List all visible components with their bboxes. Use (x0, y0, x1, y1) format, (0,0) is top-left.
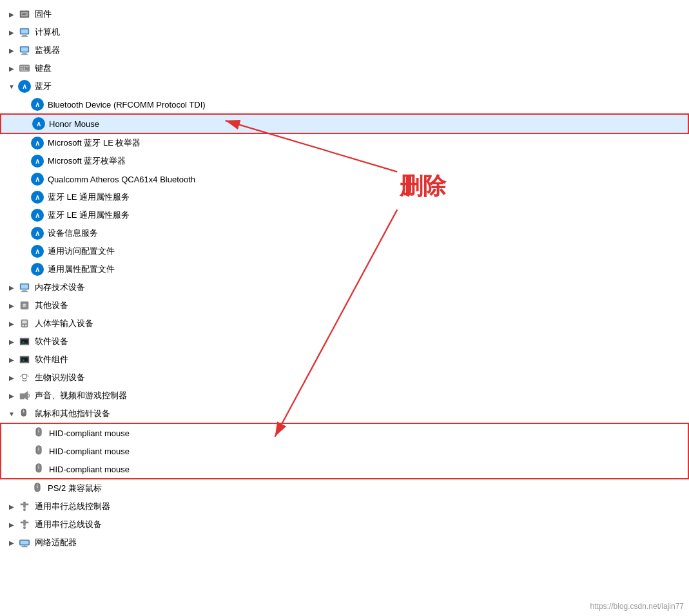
expand-icon-firmware[interactable] (6, 9, 17, 19)
svg-rect-17 (28, 66, 29, 67)
tree-item-keyboard[interactable]: 键盘 (0, 59, 689, 77)
tree-item-hid[interactable]: 人体学输入设备 (0, 314, 689, 332)
svg-rect-14 (22, 66, 23, 67)
svg-rect-11 (21, 54, 28, 55)
tree-item-hid-mouse1[interactable]: HID-compliant mouse (1, 424, 688, 442)
tree-item-generic-access[interactable]: ∧通用访问配置文件 (0, 242, 689, 260)
item-label-computer: 计算机 (35, 26, 60, 38)
no-expand-ble-generic2 (19, 210, 30, 220)
tree-item-monitor[interactable]: 监视器 (0, 41, 689, 59)
svg-rect-13 (21, 66, 22, 67)
expand-icon-hid[interactable] (6, 318, 17, 329)
item-label-biometric: 生物识别设备 (35, 372, 85, 383)
item-label-keyboard: 键盘 (35, 63, 52, 74)
tree-item-software-components[interactable]: >_ 软件组件 (0, 351, 689, 369)
svg-rect-16 (26, 66, 27, 67)
expand-icon-software-devices[interactable] (6, 336, 17, 347)
no-expand-ms-bt-enum (19, 156, 30, 166)
tree-item-generic-attr[interactable]: ∧通用属性配置文件 (0, 260, 689, 278)
bluetooth-icon: ∧ (31, 173, 44, 186)
svg-rect-40 (20, 393, 24, 399)
item-label-memory-tech: 内存技术设备 (35, 282, 85, 293)
computer-icon (18, 281, 31, 294)
bluetooth-icon: ∧ (18, 80, 31, 93)
svg-rect-31 (22, 325, 24, 327)
svg-rect-62 (21, 522, 24, 524)
svg-rect-5 (21, 30, 28, 34)
collapse-icon-bluetooth[interactable] (6, 81, 17, 91)
tree-item-ms-ble-enum[interactable]: ∧Microsoft 蓝牙 LE 枚举器 (0, 134, 689, 152)
tree-item-ms-bt-enum[interactable]: ∧Microsoft 蓝牙枚举器 (0, 152, 689, 170)
tree-item-memory-tech[interactable]: 内存技术设备 (0, 278, 689, 296)
expand-icon-software-components[interactable] (6, 354, 17, 365)
tree-item-qualcomm-bt[interactable]: ∧Qualcomm Atheros QCA61x4 Bluetooth (0, 170, 689, 188)
bluetooth-icon: ∧ (31, 263, 44, 276)
tree-item-hid-mouse2[interactable]: HID-compliant mouse (1, 442, 688, 460)
monitor-icon (18, 44, 31, 57)
item-label-audio-video: 声音、视频和游戏控制器 (35, 390, 127, 401)
no-expand-generic-attr (19, 264, 30, 274)
expand-icon-audio-video[interactable] (6, 390, 17, 401)
tree-item-usb-ctrl[interactable]: 通用串行总线控制器 (0, 497, 689, 515)
item-label-usb-devices: 通用串行总线设备 (35, 519, 102, 530)
item-label-ps2-mouse: PS/2 兼容鼠标 (48, 483, 102, 494)
expand-icon-biometric[interactable] (6, 372, 17, 383)
expand-icon-monitor[interactable] (6, 45, 17, 55)
tree-item-ps2-mouse[interactable]: PS/2 兼容鼠标 (0, 479, 689, 497)
expand-icon-other-devices[interactable] (6, 300, 17, 311)
mouse-folder-icon (18, 407, 31, 420)
collapse-icon-mouse-category[interactable] (6, 409, 17, 419)
svg-point-39 (22, 374, 26, 379)
no-expand-honor-mouse (21, 119, 31, 129)
tree-item-network[interactable]: 网络适配器 (0, 534, 689, 552)
expand-icon-memory-tech[interactable] (6, 282, 17, 293)
tree-item-usb-devices[interactable]: 通用串行总线设备 (0, 515, 689, 534)
item-label-ms-bt-enum: Microsoft 蓝牙枚举器 (48, 155, 126, 167)
no-expand-ms-ble-enum (19, 138, 30, 148)
tree-item-other-devices[interactable]: ? 其他设备 (0, 296, 689, 314)
svg-rect-44 (23, 410, 24, 412)
svg-rect-20 (24, 68, 25, 70)
no-expand-hid-mouse1 (21, 428, 31, 438)
tree-item-firmware[interactable]: 固件 (0, 5, 689, 23)
bluetooth-icon: ∧ (31, 155, 44, 168)
svg-rect-9 (21, 48, 28, 52)
svg-text:>_: >_ (22, 358, 27, 363)
software-icon: >_ (18, 335, 31, 348)
item-label-monitor: 监视器 (35, 44, 60, 56)
bluetooth-icon: ∧ (31, 209, 44, 222)
tree-item-honor-mouse[interactable]: ∧Honor Mouse (1, 115, 688, 133)
svg-rect-19 (22, 68, 23, 70)
no-expand-device-info (19, 228, 30, 238)
item-label-ble-generic1: 蓝牙 LE 通用属性服务 (48, 191, 130, 203)
tree-item-bluetooth[interactable]: ∧蓝牙 (0, 77, 689, 95)
mouse-icon (32, 445, 45, 457)
firmware-icon (18, 8, 31, 21)
tree-item-device-info[interactable]: ∧设备信息服务 (0, 224, 689, 242)
honor-mouse-box: ∧Honor Mouse (0, 113, 689, 134)
tree-item-hid-mouse3[interactable]: HID-compliant mouse (1, 460, 688, 478)
item-label-hid-mouse2: HID-compliant mouse (49, 447, 130, 456)
expand-icon-computer[interactable] (6, 27, 17, 37)
expand-icon-usb-ctrl[interactable] (6, 501, 17, 512)
expand-icon-keyboard[interactable] (6, 63, 17, 73)
bluetooth-icon: ∧ (31, 98, 44, 111)
tree-item-mouse-category[interactable]: 鼠标和其他指针设备 (0, 405, 689, 423)
expand-icon-network[interactable] (6, 537, 17, 548)
tree-item-ble-generic1[interactable]: ∧蓝牙 LE 通用属性服务 (0, 188, 689, 206)
item-label-other-devices: 其他设备 (35, 300, 68, 311)
item-label-generic-access: 通用访问配置文件 (48, 245, 115, 257)
bluetooth-icon: ∧ (31, 245, 44, 258)
no-expand-hid-mouse3 (21, 464, 31, 474)
tree-item-ble-generic2[interactable]: ∧蓝牙 LE 通用属性服务 (0, 206, 689, 224)
expand-icon-usb-devices[interactable] (6, 519, 17, 530)
tree-item-biometric[interactable]: 生物识别设备 (0, 369, 689, 387)
item-label-network: 网络适配器 (35, 537, 77, 548)
tree-item-bt-rfcomm[interactable]: ∧Bluetooth Device (RFCOMM Protocol TDI) (0, 95, 689, 113)
tree-item-software-devices[interactable]: >_ 软件设备 (0, 332, 689, 351)
tree-item-audio-video[interactable]: 声音、视频和游戏控制器 (0, 387, 689, 405)
svg-rect-6 (22, 35, 26, 37)
device-manager: 固件 计算机 监视器 键盘∧蓝牙∧Bluetooth Device (RFCOM… (0, 0, 689, 557)
tree-item-computer[interactable]: 计算机 (0, 23, 689, 41)
bluetooth-icon: ∧ (31, 227, 44, 240)
